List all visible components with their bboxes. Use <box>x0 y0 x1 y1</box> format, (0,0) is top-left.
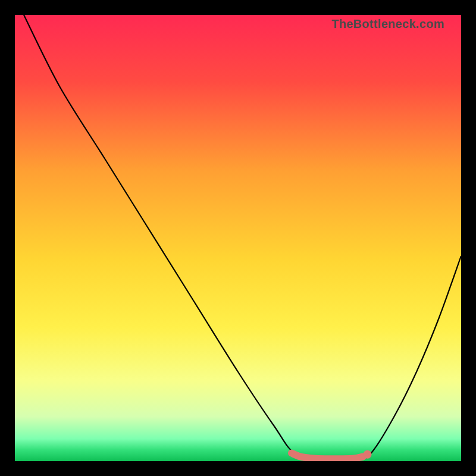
chart-plot-area <box>15 15 461 461</box>
watermark-text: TheBottleneck.com <box>331 17 444 31</box>
gradient-background <box>15 15 461 461</box>
chart-frame: TheBottleneck.com <box>15 15 461 461</box>
highlight-end-dot <box>364 450 372 459</box>
chart-svg <box>15 15 461 461</box>
